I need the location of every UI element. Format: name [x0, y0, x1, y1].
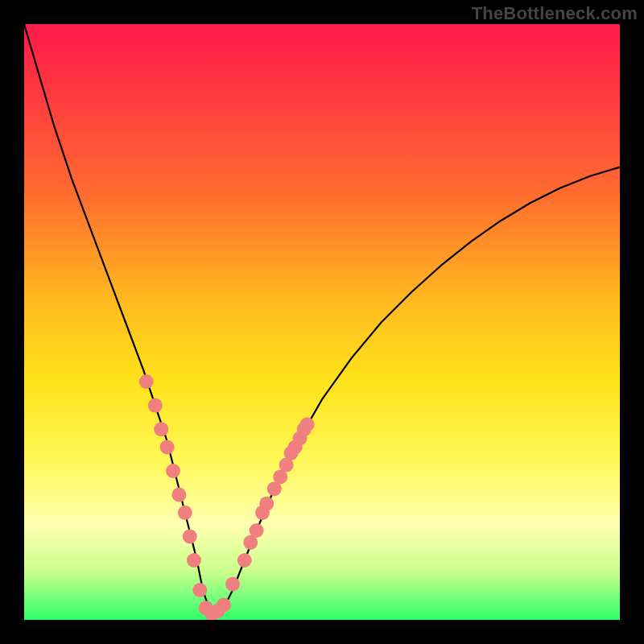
chart-svg [24, 24, 620, 620]
bottleneck-curve [24, 24, 620, 614]
highlight-point [259, 497, 274, 511]
highlight-point [154, 422, 168, 436]
highlight-point [187, 553, 201, 568]
watermark-label: TheBottleneck.com [472, 3, 638, 24]
highlight-point [166, 464, 180, 478]
highlight-points-group [139, 374, 315, 620]
highlight-point [183, 529, 197, 543]
highlight-point [171, 488, 186, 502]
chart-frame: TheBottleneck.com [0, 0, 644, 644]
highlight-point [225, 577, 240, 592]
highlight-point [160, 440, 175, 454]
highlight-point [148, 398, 163, 413]
highlight-point [178, 506, 192, 520]
highlight-point [300, 417, 315, 431]
highlight-point [192, 583, 207, 597]
highlight-point [139, 374, 154, 389]
plot-area [24, 24, 620, 620]
highlight-point [250, 523, 264, 538]
highlight-point [217, 598, 231, 613]
highlight-point [237, 553, 252, 568]
